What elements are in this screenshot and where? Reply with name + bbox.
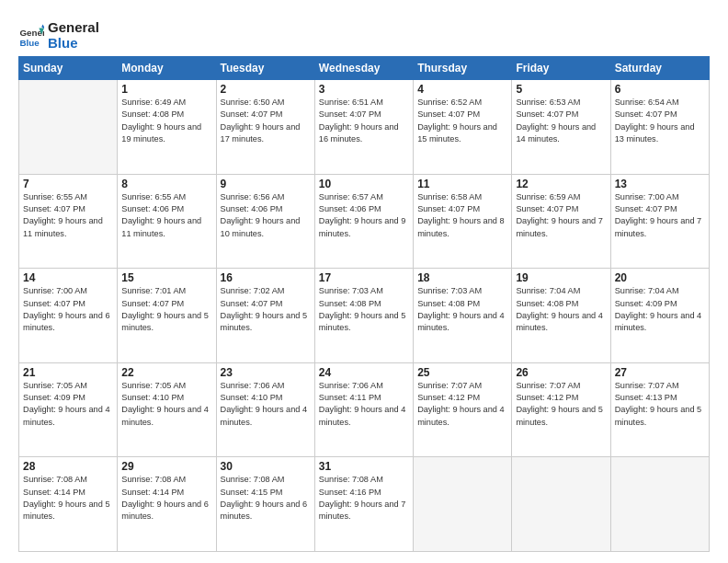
day-cell: 23 Sunrise: 7:06 AMSunset: 4:10 PMDaylig… <box>216 362 314 457</box>
day-cell: 14 Sunrise: 7:00 AMSunset: 4:07 PMDaylig… <box>19 269 118 363</box>
day-cell: 31 Sunrise: 7:08 AMSunset: 4:16 PMDaylig… <box>314 457 413 552</box>
day-cell: 3 Sunrise: 6:51 AMSunset: 4:07 PMDayligh… <box>314 80 413 175</box>
logo-blue: Blue <box>48 36 99 52</box>
day-cell: 8 Sunrise: 6:55 AMSunset: 4:06 PMDayligh… <box>118 174 216 269</box>
weekday-monday: Monday <box>118 57 216 80</box>
weekday-header-row: SundayMondayTuesdayWednesdayThursdayFrid… <box>19 57 710 80</box>
day-number: 9 <box>221 178 311 190</box>
day-number: 31 <box>319 460 409 473</box>
day-info: Sunrise: 6:58 AMSunset: 4:07 PMDaylight:… <box>417 191 507 240</box>
day-number: 21 <box>23 366 113 379</box>
day-number: 5 <box>516 83 606 96</box>
day-info: Sunrise: 7:05 AMSunset: 4:10 PMDaylight:… <box>121 380 211 429</box>
day-number: 14 <box>23 271 113 284</box>
day-info: Sunrise: 6:55 AMSunset: 4:07 PMDaylight:… <box>23 191 113 240</box>
day-cell: 11 Sunrise: 6:58 AMSunset: 4:07 PMDaylig… <box>414 174 512 269</box>
day-info: Sunrise: 7:07 AMSunset: 4:13 PMDaylight:… <box>615 380 705 429</box>
day-cell <box>414 457 512 552</box>
day-info: Sunrise: 7:08 AMSunset: 4:15 PMDaylight:… <box>221 474 311 523</box>
day-number: 2 <box>221 83 311 96</box>
day-info: Sunrise: 7:06 AMSunset: 4:10 PMDaylight:… <box>221 380 311 429</box>
day-info: Sunrise: 6:53 AMSunset: 4:07 PMDaylight:… <box>516 97 606 145</box>
day-info: Sunrise: 7:02 AMSunset: 4:07 PMDaylight:… <box>221 285 311 334</box>
day-cell: 20 Sunrise: 7:04 AMSunset: 4:09 PMDaylig… <box>610 269 709 363</box>
day-info: Sunrise: 6:52 AMSunset: 4:07 PMDaylight:… <box>417 97 507 145</box>
day-number: 6 <box>615 83 705 96</box>
day-cell: 25 Sunrise: 7:07 AMSunset: 4:12 PMDaylig… <box>414 362 512 457</box>
day-info: Sunrise: 7:03 AMSunset: 4:08 PMDaylight:… <box>319 285 409 334</box>
day-info: Sunrise: 7:06 AMSunset: 4:11 PMDaylight:… <box>319 380 409 429</box>
day-cell: 9 Sunrise: 6:56 AMSunset: 4:06 PMDayligh… <box>216 174 314 269</box>
day-number: 27 <box>615 366 705 379</box>
day-info: Sunrise: 7:07 AMSunset: 4:12 PMDaylight:… <box>516 380 606 429</box>
day-cell <box>19 80 118 175</box>
day-number: 28 <box>23 460 113 473</box>
header: General Blue General Blue <box>18 17 710 51</box>
day-number: 23 <box>221 366 311 379</box>
weekday-sunday: Sunday <box>19 57 118 80</box>
day-number: 16 <box>221 271 311 284</box>
weekday-wednesday: Wednesday <box>314 57 413 80</box>
day-number: 25 <box>417 366 507 379</box>
day-cell: 15 Sunrise: 7:01 AMSunset: 4:07 PMDaylig… <box>118 269 216 363</box>
weekday-thursday: Thursday <box>414 57 512 80</box>
page: General Blue General Blue SundayMondayTu… <box>0 0 728 563</box>
week-row-2: 7 Sunrise: 6:55 AMSunset: 4:07 PMDayligh… <box>19 174 710 269</box>
day-number: 8 <box>121 178 211 190</box>
day-cell: 16 Sunrise: 7:02 AMSunset: 4:07 PMDaylig… <box>216 269 314 363</box>
day-cell: 18 Sunrise: 7:03 AMSunset: 4:08 PMDaylig… <box>414 269 512 363</box>
day-cell: 17 Sunrise: 7:03 AMSunset: 4:08 PMDaylig… <box>314 269 413 363</box>
day-number: 22 <box>121 366 211 379</box>
logo: General Blue General Blue <box>18 20 99 51</box>
day-cell: 27 Sunrise: 7:07 AMSunset: 4:13 PMDaylig… <box>610 362 709 457</box>
day-info: Sunrise: 7:08 AMSunset: 4:14 PMDaylight:… <box>121 474 211 523</box>
day-info: Sunrise: 6:50 AMSunset: 4:07 PMDaylight:… <box>221 97 311 145</box>
calendar-table: SundayMondayTuesdayWednesdayThursdayFrid… <box>18 56 710 552</box>
day-number: 7 <box>23 178 113 190</box>
day-info: Sunrise: 7:00 AMSunset: 4:07 PMDaylight:… <box>615 191 705 240</box>
day-info: Sunrise: 7:05 AMSunset: 4:09 PMDaylight:… <box>23 380 113 429</box>
day-number: 12 <box>516 178 606 190</box>
day-cell <box>512 457 610 552</box>
day-cell: 22 Sunrise: 7:05 AMSunset: 4:10 PMDaylig… <box>118 362 216 457</box>
day-number: 13 <box>615 178 705 190</box>
day-info: Sunrise: 6:57 AMSunset: 4:06 PMDaylight:… <box>319 191 409 240</box>
day-info: Sunrise: 7:04 AMSunset: 4:09 PMDaylight:… <box>615 285 705 334</box>
day-number: 26 <box>516 366 606 379</box>
day-info: Sunrise: 7:01 AMSunset: 4:07 PMDaylight:… <box>121 285 211 334</box>
day-cell <box>610 457 709 552</box>
day-info: Sunrise: 7:08 AMSunset: 4:16 PMDaylight:… <box>319 474 409 523</box>
weekday-saturday: Saturday <box>610 57 709 80</box>
day-cell: 28 Sunrise: 7:08 AMSunset: 4:14 PMDaylig… <box>19 457 118 552</box>
day-info: Sunrise: 7:08 AMSunset: 4:14 PMDaylight:… <box>23 474 113 523</box>
day-number: 29 <box>121 460 211 473</box>
day-number: 10 <box>319 178 409 190</box>
day-number: 11 <box>417 178 507 190</box>
day-info: Sunrise: 7:03 AMSunset: 4:08 PMDaylight:… <box>417 285 507 334</box>
day-cell: 13 Sunrise: 7:00 AMSunset: 4:07 PMDaylig… <box>610 174 709 269</box>
week-row-1: 1 Sunrise: 6:49 AMSunset: 4:08 PMDayligh… <box>19 80 710 175</box>
day-cell: 19 Sunrise: 7:04 AMSunset: 4:08 PMDaylig… <box>512 269 610 363</box>
day-number: 30 <box>221 460 311 473</box>
day-number: 24 <box>319 366 409 379</box>
day-number: 17 <box>319 271 409 284</box>
day-cell: 4 Sunrise: 6:52 AMSunset: 4:07 PMDayligh… <box>414 80 512 175</box>
day-number: 19 <box>516 271 606 284</box>
day-info: Sunrise: 7:07 AMSunset: 4:12 PMDaylight:… <box>417 380 507 429</box>
day-cell: 12 Sunrise: 6:59 AMSunset: 4:07 PMDaylig… <box>512 174 610 269</box>
day-cell: 21 Sunrise: 7:05 AMSunset: 4:09 PMDaylig… <box>19 362 118 457</box>
day-number: 18 <box>417 271 507 284</box>
day-number: 3 <box>319 83 409 96</box>
day-info: Sunrise: 6:54 AMSunset: 4:07 PMDaylight:… <box>615 97 705 145</box>
logo-general: General <box>48 20 99 36</box>
day-cell: 24 Sunrise: 7:06 AMSunset: 4:11 PMDaylig… <box>314 362 413 457</box>
day-number: 15 <box>121 271 211 284</box>
day-cell: 6 Sunrise: 6:54 AMSunset: 4:07 PMDayligh… <box>610 80 709 175</box>
day-number: 1 <box>121 83 211 96</box>
day-cell: 29 Sunrise: 7:08 AMSunset: 4:14 PMDaylig… <box>118 457 216 552</box>
logo-icon: General Blue <box>18 23 44 49</box>
svg-text:Blue: Blue <box>19 37 40 47</box>
weekday-tuesday: Tuesday <box>216 57 314 80</box>
day-info: Sunrise: 6:56 AMSunset: 4:06 PMDaylight:… <box>221 191 311 240</box>
day-cell: 30 Sunrise: 7:08 AMSunset: 4:15 PMDaylig… <box>216 457 314 552</box>
